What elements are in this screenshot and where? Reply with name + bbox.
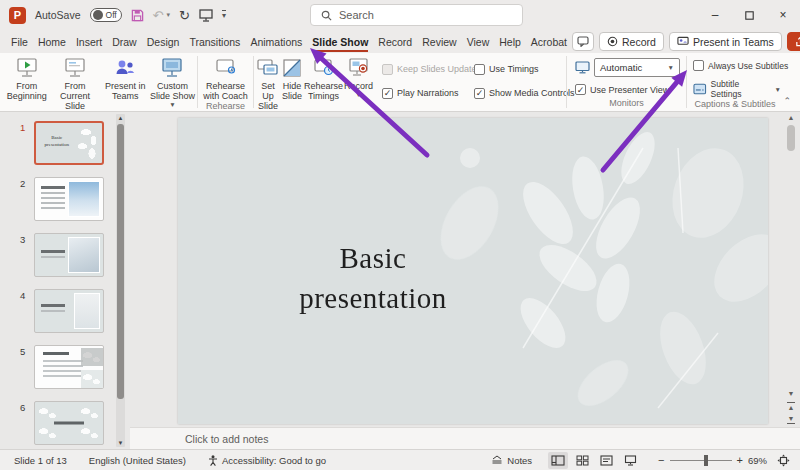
tab-animations[interactable]: Animations: [245, 32, 307, 53]
custom-slide-show-button[interactable]: Custom Slide Show ▼: [148, 55, 197, 109]
tab-review[interactable]: Review: [417, 32, 461, 53]
slide-sorter-view-button[interactable]: [572, 452, 592, 469]
collapse-ribbon-icon[interactable]: ⌃: [783, 96, 791, 106]
slide-title[interactable]: Basic presentation: [233, 238, 513, 318]
tab-file[interactable]: File: [6, 32, 33, 53]
record-button[interactable]: Record: [599, 32, 664, 51]
thumbnail-leaf-art: [81, 348, 103, 366]
scrollbar-thumb[interactable]: [787, 125, 795, 151]
view-switcher: [548, 452, 640, 469]
thumbnail-slide-2[interactable]: [34, 177, 104, 221]
use-timings-checkbox[interactable]: ✓ Use Timings: [474, 61, 578, 77]
autosave-toggle[interactable]: Off: [90, 8, 122, 22]
monitor-dropdown[interactable]: Automatic ▼: [594, 58, 680, 77]
fit-slide-to-window-icon[interactable]: [777, 454, 790, 467]
redo-icon[interactable]: ↻: [179, 9, 190, 22]
notes-toggle-button[interactable]: Notes: [491, 455, 532, 466]
show-media-controls-checkbox[interactable]: ✓ Show Media Controls: [474, 85, 578, 101]
maximize-icon: [745, 11, 754, 20]
group-set-up: Set Up Slide Show Hide Slide Rehearse Ti…: [254, 53, 566, 111]
close-button[interactable]: ×: [766, 0, 800, 30]
slide-show-view-icon: [624, 455, 637, 466]
autosave-label: AutoSave: [35, 9, 81, 21]
search-placeholder: Search: [339, 9, 374, 21]
group-label-captions: Captions & Subtitles: [687, 99, 783, 112]
workspace: 1 Basic presentation 2 3: [0, 112, 800, 449]
present-in-teams-button[interactable]: Present in Teams: [669, 32, 782, 51]
thumbnail-text-block: [41, 250, 65, 261]
notes-pane[interactable]: Click to add notes: [130, 427, 800, 449]
accessibility-status[interactable]: Accessibility: Good to go: [208, 455, 326, 466]
slide-number: 2: [0, 177, 34, 221]
undo-icon: ↶: [153, 9, 164, 22]
customize-toolbar-icon[interactable]: ▾: [222, 10, 226, 20]
zoom-percentage[interactable]: 69%: [748, 455, 767, 466]
zoom-slider-thumb[interactable]: [704, 455, 708, 466]
thumbnail-slide-5[interactable]: [34, 345, 104, 389]
tab-slide-show[interactable]: Slide Show: [307, 32, 373, 53]
use-presenter-view-checkbox[interactable]: ✓ Use Presenter View: [575, 84, 680, 95]
tab-design[interactable]: Design: [142, 32, 185, 53]
slide-show-view-button[interactable]: [620, 452, 640, 469]
zoom-out-button[interactable]: −: [658, 455, 664, 466]
tab-draw[interactable]: Draw: [107, 32, 142, 53]
reading-view-icon: [600, 455, 613, 466]
from-current-slide-button[interactable]: From Current Slide: [50, 55, 99, 111]
thumbnail-leaf-art: [79, 424, 101, 442]
previous-slide-button[interactable]: ▲: [785, 401, 797, 412]
rehearse-with-coach-button[interactable]: Rehearse with Coach: [201, 55, 251, 101]
ribbon-tabs: File Home Insert Draw Design Transitions…: [6, 30, 572, 53]
thumbnail-slide-4[interactable]: [34, 289, 104, 333]
start-slideshow-icon[interactable]: [199, 9, 213, 22]
rehearse-timings-button[interactable]: Rehearse Timings: [304, 55, 343, 101]
slide-number: 1: [0, 121, 34, 165]
hide-slide-button[interactable]: Hide Slide: [281, 55, 303, 101]
maximize-button[interactable]: [732, 0, 766, 30]
tab-home[interactable]: Home: [33, 32, 71, 53]
tab-help[interactable]: Help: [494, 32, 526, 53]
tab-record[interactable]: Record: [373, 32, 417, 53]
save-icon[interactable]: [131, 9, 144, 22]
always-use-subtitles-checkbox[interactable]: ✓ Always Use Subtitles: [693, 60, 781, 71]
rehearse-timings-label: Rehearse Timings: [304, 81, 343, 101]
comments-button[interactable]: [572, 32, 594, 51]
thumbnail-slide-3[interactable]: [34, 233, 104, 277]
tab-transitions[interactable]: Transitions: [184, 32, 245, 53]
reading-view-button[interactable]: [596, 452, 616, 469]
slide-number: 3: [0, 233, 34, 277]
scroll-up-icon[interactable]: ▲: [785, 114, 797, 121]
minimize-button[interactable]: –: [698, 0, 732, 30]
zoom-in-button[interactable]: +: [737, 455, 743, 466]
from-beginning-button[interactable]: From Beginning: [5, 55, 48, 101]
play-narrations-checkbox[interactable]: ✓ Play Narrations: [382, 85, 474, 101]
powerpoint-logo-icon: P: [9, 7, 26, 24]
thumbnail-slide-1[interactable]: Basic presentation: [34, 121, 104, 165]
next-slide-button[interactable]: ▼: [785, 415, 797, 426]
tab-insert[interactable]: Insert: [71, 32, 107, 53]
rehearse-timings-icon: [312, 56, 336, 80]
tab-acrobat[interactable]: Acrobat: [526, 32, 572, 53]
present-in-teams-ribbon-button[interactable]: Present in Teams: [104, 55, 146, 101]
from-current-slide-icon: [63, 56, 87, 80]
zoom-slider[interactable]: [670, 460, 732, 461]
normal-view-button[interactable]: [548, 452, 568, 469]
checkbox-icon: ✓: [382, 64, 393, 75]
slide-sorter-icon: [576, 455, 589, 466]
scroll-up-icon[interactable]: ▲: [116, 115, 125, 121]
thumbnail-scrollbar[interactable]: ▲ ▼: [116, 114, 125, 447]
slide-canvas[interactable]: Basic presentation: [178, 118, 768, 424]
tab-view[interactable]: View: [462, 32, 495, 53]
editor-scrollbar[interactable]: ▲ ▼ ▲ ▼: [785, 114, 797, 425]
search-input[interactable]: Search: [310, 4, 523, 26]
thumbnail-slide-6[interactable]: [34, 401, 104, 445]
record-ribbon-button[interactable]: Record ▼: [344, 55, 373, 99]
subtitle-settings-button[interactable]: Subtitle Settings ▼: [693, 79, 781, 99]
scroll-down-icon[interactable]: ▼: [116, 440, 125, 446]
scrollbar-thumb[interactable]: [117, 124, 124, 399]
hide-slide-icon: [281, 56, 303, 80]
share-button[interactable]: Share ▼: [787, 32, 800, 51]
scroll-down-icon[interactable]: ▼: [785, 390, 797, 397]
slide-position[interactable]: Slide 1 of 13: [14, 455, 67, 466]
language-status[interactable]: English (United States): [89, 455, 186, 466]
group-captions-subtitles: ✓ Always Use Subtitles Subtitle Settings…: [687, 53, 783, 111]
